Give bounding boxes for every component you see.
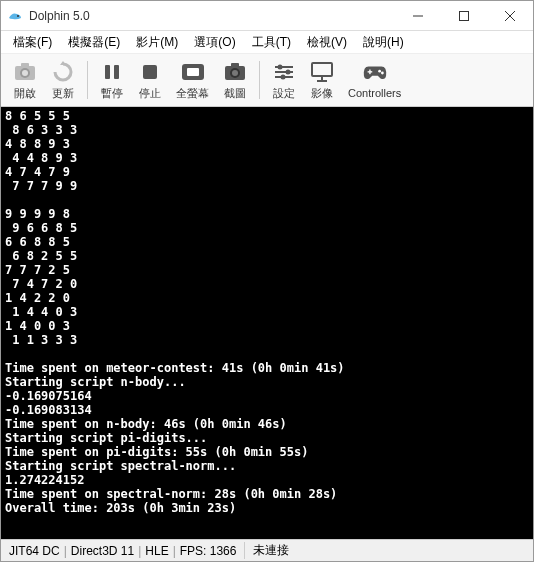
monitor-icon: [310, 60, 334, 84]
statusbar: JIT64 DC | Direct3D 11 | HLE | FPS: 1366…: [1, 539, 533, 561]
maximize-button[interactable]: [441, 1, 487, 31]
svg-rect-11: [143, 65, 157, 79]
menu-tools[interactable]: 工具(T): [244, 32, 299, 53]
camera-icon: [13, 60, 37, 84]
menu-emulator[interactable]: 模擬器(E): [60, 32, 128, 53]
svg-point-28: [381, 72, 384, 75]
toolbar: 開啟 更新 暫停 停止 全螢幕 截圖 設定 影像 Controllers: [1, 53, 533, 107]
stop-button[interactable]: 停止: [132, 58, 168, 103]
refresh-button[interactable]: 更新: [45, 58, 81, 103]
screenshot-button[interactable]: 截圖: [217, 58, 253, 103]
svg-rect-8: [21, 63, 29, 67]
stop-icon: [138, 60, 162, 84]
menu-view[interactable]: 檢視(V): [299, 32, 355, 53]
minimize-button[interactable]: [395, 1, 441, 31]
screenshot-label: 截圖: [224, 86, 246, 101]
menubar: 檔案(F) 模擬器(E) 影片(M) 選項(O) 工具(T) 檢視(V) 說明(…: [1, 31, 533, 53]
svg-rect-13: [187, 68, 199, 76]
separator: [87, 61, 88, 99]
video-label: 影像: [311, 86, 333, 101]
svg-rect-10: [114, 65, 119, 79]
pause-icon: [100, 60, 124, 84]
settings-label: 設定: [273, 86, 295, 101]
svg-point-23: [281, 74, 286, 79]
open-label: 開啟: [14, 86, 36, 101]
refresh-label: 更新: [52, 86, 74, 101]
controllers-label: Controllers: [348, 87, 401, 99]
sliders-icon: [272, 60, 296, 84]
status-fps: FPS: 1366: [176, 544, 241, 558]
svg-rect-9: [105, 65, 110, 79]
svg-point-27: [378, 70, 381, 73]
gamepad-icon: [363, 61, 387, 85]
fullscreen-icon: [181, 60, 205, 84]
separator: [259, 61, 260, 99]
status-jit: JIT64 DC: [5, 544, 64, 558]
close-button[interactable]: [487, 1, 533, 31]
svg-point-21: [286, 69, 291, 74]
menu-file[interactable]: 檔案(F): [5, 32, 60, 53]
svg-rect-17: [231, 63, 239, 67]
fullscreen-button[interactable]: 全螢幕: [170, 58, 215, 103]
svg-rect-30: [369, 70, 370, 75]
screenshot-icon: [223, 60, 247, 84]
svg-point-7: [22, 70, 28, 76]
menu-options[interactable]: 選項(O): [186, 32, 243, 53]
menu-video[interactable]: 影片(M): [128, 32, 186, 53]
pause-button[interactable]: 暫停: [94, 58, 130, 103]
fullscreen-label: 全螢幕: [176, 86, 209, 101]
controllers-button[interactable]: Controllers: [342, 59, 407, 101]
status-renderer: Direct3D 11: [67, 544, 138, 558]
settings-button[interactable]: 設定: [266, 58, 302, 103]
refresh-icon: [51, 60, 75, 84]
open-button[interactable]: 開啟: [7, 58, 43, 103]
window-title: Dolphin 5.0: [29, 9, 395, 23]
status-connection: 未連接: [244, 542, 293, 559]
svg-rect-24: [312, 63, 332, 76]
stop-label: 停止: [139, 86, 161, 101]
svg-point-0: [17, 15, 19, 17]
svg-point-16: [232, 70, 238, 76]
status-mode: HLE: [141, 544, 172, 558]
video-button[interactable]: 影像: [304, 58, 340, 103]
menu-help[interactable]: 說明(H): [355, 32, 412, 53]
pause-label: 暫停: [101, 86, 123, 101]
titlebar: Dolphin 5.0: [1, 1, 533, 31]
app-icon: [7, 8, 23, 24]
window-controls: [395, 1, 533, 31]
svg-point-19: [278, 64, 283, 69]
console-output: 8 6 5 5 5 8 6 3 3 3 4 8 8 9 3 4 4 8 9 3 …: [1, 107, 533, 539]
svg-rect-2: [460, 11, 469, 20]
